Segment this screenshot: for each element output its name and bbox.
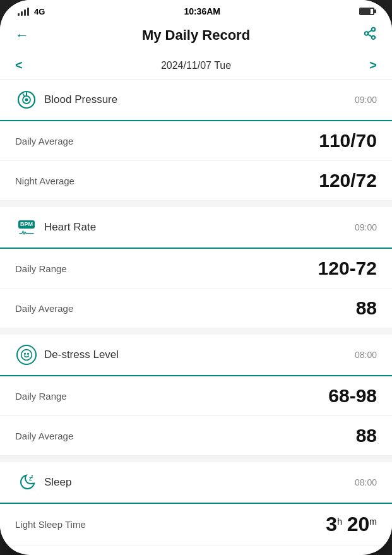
destress-header: De-stress Level 08:00 [0,335,392,376]
battery-icon [359,8,374,15]
smiley-face-icon [16,345,37,365]
svg-point-9 [25,354,26,355]
heart-rate-header: BPM Heart Rate 09:00 [0,207,392,249]
app-header: ← My Daily Record [0,20,392,52]
status-right [359,8,374,15]
bp-night-average-row: Night Average 120/72 [0,161,392,201]
blood-pressure-icon [15,88,38,111]
bp-daily-average-label: Daily Average [15,136,73,146]
svg-point-7 [25,98,28,102]
blood-pressure-header: Blood Pressure 09:00 [0,80,392,121]
hr-daily-average-row: Daily Average 88 [0,289,392,328]
svg-point-10 [28,354,29,355]
light-sleep-label: Light Sleep Time [15,519,86,530]
sleep-header: z z Sleep 08:00 [0,462,392,504]
destress-daily-average-value: 88 [356,425,377,446]
status-bar: 4G 10:36AM [0,0,392,20]
hr-daily-range-row: Daily Range 120-72 [0,249,392,289]
destress-daily-average-label: Daily Average [15,431,73,441]
hr-daily-average-label: Daily Average [15,303,73,314]
blood-pressure-title: Blood Pressure [44,93,355,106]
destress-title: De-stress Level [44,349,355,361]
blood-pressure-section: Blood Pressure 09:00 Daily Average 110/7… [0,80,392,201]
time-label: 10:36AM [184,6,220,16]
heart-rate-time: 09:00 [355,222,377,232]
bpm-badge: BPM [18,220,35,229]
svg-line-4 [368,30,372,33]
destress-section: De-stress Level 08:00 Daily Range 68-98 … [0,335,392,456]
svg-text:z: z [31,474,33,479]
destress-time: 08:00 [355,350,377,360]
main-content: Blood Pressure 09:00 Daily Average 110/7… [0,80,392,552]
destress-daily-range-row: Daily Range 68-98 [0,376,392,416]
bp-night-average-label: Night Average [15,176,74,186]
bp-daily-average-row: Daily Average 110/70 [0,121,392,161]
destress-daily-range-value: 68-98 [328,385,377,407]
light-sleep-row: Light Sleep Time 3h 20m [0,504,392,546]
signal-icon [18,7,29,16]
current-date: 2024/11/07 Tue [161,60,231,71]
date-navigation: < 2024/11/07 Tue > [0,52,392,80]
back-button[interactable]: ← [15,27,29,44]
light-sleep-value: 3h 20m [326,513,377,536]
sleep-section: z z Sleep 08:00 Light Sleep Time 3h 20m … [0,462,392,552]
hr-daily-range-value: 120-72 [318,258,377,279]
destress-daily-average-row: Daily Average 88 [0,416,392,456]
share-button[interactable] [363,27,377,44]
status-left: 4G [18,7,45,16]
sleep-time: 08:00 [355,477,377,487]
destress-icon [15,343,38,366]
sleep-title: Sleep [44,476,355,489]
heart-rate-title: Heart Rate [44,221,355,234]
bp-daily-average-value: 110/70 [319,130,377,152]
svg-line-3 [368,34,372,37]
heart-rate-icon: BPM [15,216,38,239]
prev-date-button[interactable]: < [15,58,23,73]
phone-frame: 4G 10:36AM ← My Daily Record < 2024/11/0… [0,0,392,555]
destress-daily-range-label: Daily Range [15,391,67,402]
blood-pressure-time: 09:00 [355,95,377,105]
heart-rate-section: BPM Heart Rate 09:00 Daily Range 120-72 … [0,207,392,328]
page-title: My Daily Record [142,27,250,44]
deep-sleep-row: Deep Sleep Time 1h 15m [0,546,392,552]
next-date-button[interactable]: > [369,58,377,73]
svg-point-8 [21,350,32,361]
sleep-icon: z z [15,471,38,494]
network-label: 4G [34,7,45,16]
hr-daily-average-value: 88 [356,297,377,319]
hr-daily-range-label: Daily Range [15,263,67,274]
bp-night-average-value: 120/72 [319,170,377,191]
